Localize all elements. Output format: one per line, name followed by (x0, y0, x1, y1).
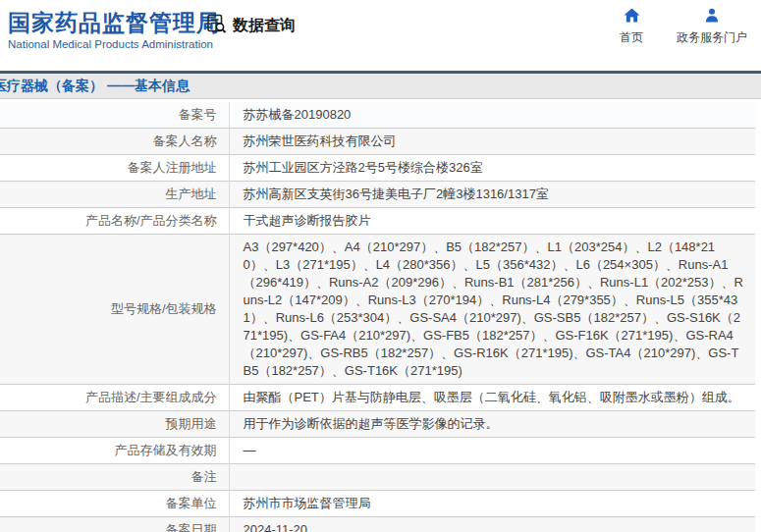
table-row: 产品存储及有效期— (0, 438, 755, 464)
table-row: 产品描述/主要组成成分由聚酯（PET）片基与防静电层、吸墨层（二氧化硅、氧化铝、… (0, 385, 755, 411)
row-value: 苏州工业园区方泾路2号5号楼综合楼326室 (229, 155, 755, 182)
row-label: 预期用途 (0, 411, 229, 438)
row-label: 型号规格/包装规格 (0, 235, 229, 385)
header-nav: 首页 政务服务门户 (620, 8, 747, 46)
logo-title-en: National Medical Products Administration (8, 38, 220, 50)
data-query-label: 数据查询 (233, 16, 296, 36)
table-row: 备案人名称苏州荣世医药科技有限公司 (0, 129, 755, 155)
person-icon (704, 8, 720, 27)
row-label: 备案人名称 (0, 129, 229, 155)
table-row: 预期用途用于作为诊断依据的超声等医学影像的记录。 (0, 411, 755, 438)
row-label: 产品描述/主要组成成分 (0, 385, 229, 411)
nav-home-label: 首页 (620, 29, 643, 46)
row-value: 苏州荣世医药科技有限公司 (229, 129, 755, 155)
table-row: 型号规格/包装规格A3（297*420）、A4（210*297）、B5（182*… (0, 235, 755, 385)
document-search-icon (206, 13, 228, 38)
row-label: 产品存储及有效期 (0, 438, 229, 464)
table-row: 备案号苏苏械备20190820 (0, 102, 755, 129)
row-label: 生产地址 (0, 182, 229, 208)
table-row: 产品名称/产品分类名称干式超声诊断报告胶片 (0, 208, 755, 235)
row-label: 产品名称/产品分类名称 (0, 208, 229, 235)
row-value: 苏苏械备20190820 (229, 102, 755, 129)
row-label: 备案号 (0, 102, 229, 129)
site-header: 国家药品监督管理局 National Medical Products Admi… (0, 0, 761, 71)
row-label: 备案单位 (0, 491, 229, 517)
table-row: 备案单位苏州市市场监督管理局 (0, 491, 755, 517)
row-value: 2024-11-20 (229, 517, 755, 532)
logo-title-zh: 国家药品监督管理局 (8, 9, 220, 36)
row-label: 备注 (0, 464, 229, 491)
row-value: 苏州高新区支英街36号捷美电子厂2幢3楼1316/1317室 (229, 182, 755, 208)
nav-gov-portal-label: 政务服务门户 (677, 29, 747, 46)
row-label: 备案日期 (0, 517, 229, 532)
home-icon (624, 8, 640, 27)
table-row: 备注 (0, 464, 755, 491)
table-row: 备案人注册地址苏州工业园区方泾路2号5号楼综合楼326室 (0, 155, 755, 182)
section-title-bar: 医疗器械（备案） ——基本信息 (0, 71, 761, 99)
nmpa-logo: 国家药品监督管理局 National Medical Products Admi… (8, 9, 220, 50)
data-query-tab[interactable]: 数据查询 (206, 13, 296, 38)
table-row: 生产地址苏州高新区支英街36号捷美电子厂2幢3楼1316/1317室 (0, 182, 755, 208)
detail-table: 备案号苏苏械备20190820备案人名称苏州荣世医药科技有限公司备案人注册地址苏… (0, 102, 755, 532)
row-value (229, 464, 755, 491)
row-value: 干式超声诊断报告胶片 (229, 208, 755, 235)
table-row: 备案日期2024-11-20 (0, 517, 755, 532)
row-value: 由聚酯（PET）片基与防静电层、吸墨层（二氧化硅、氧化铝、吸附墨水或墨粉）组成。 (229, 385, 755, 411)
row-value: 苏州市市场监督管理局 (229, 491, 755, 517)
nav-home[interactable]: 首页 (620, 8, 643, 46)
row-value: A3（297*420）、A4（210*297）、B5（182*257）、L1（2… (229, 235, 755, 385)
section-title: 医疗器械（备案） ——基本信息 (0, 78, 190, 95)
row-label: 备案人注册地址 (0, 155, 229, 182)
row-value: — (229, 438, 755, 464)
row-value: 用于作为诊断依据的超声等医学影像的记录。 (229, 411, 755, 438)
nav-gov-portal[interactable]: 政务服务门户 (677, 8, 747, 46)
detail-table-wrap: 备案号苏苏械备20190820备案人名称苏州荣世医药科技有限公司备案人注册地址苏… (0, 99, 761, 532)
